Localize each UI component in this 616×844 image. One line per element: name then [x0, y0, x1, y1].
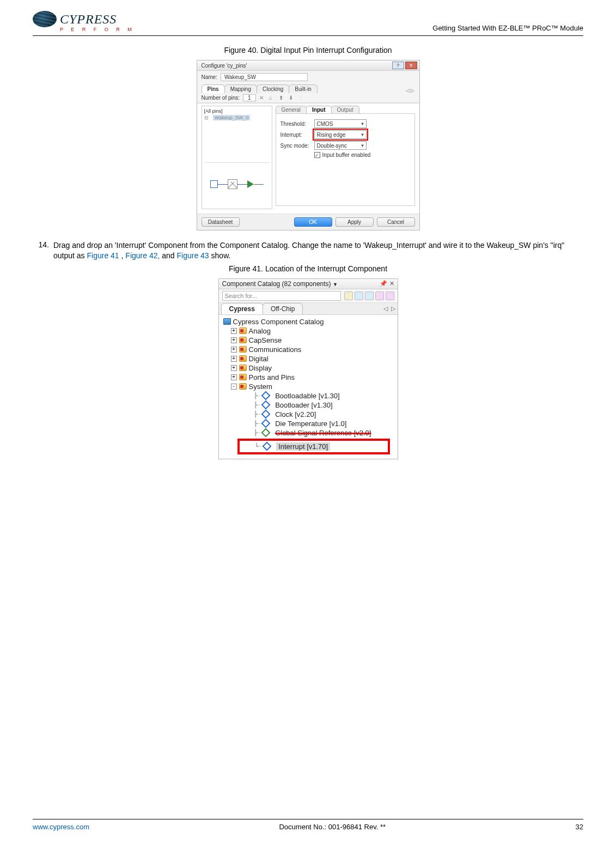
tree-icon[interactable]: ⌂ — [269, 95, 276, 101]
link-figure43[interactable]: Figure 43 — [177, 251, 209, 260]
folder-icon — [239, 337, 247, 343]
pin-diagram — [204, 163, 270, 205]
tab-cypress[interactable]: Cypress — [221, 303, 263, 314]
tree-item-pin[interactable]: Wakeup_SW_0 — [213, 115, 250, 120]
panel-title: Component Catalog (82 components) — [222, 280, 331, 288]
subtab-output[interactable]: Output — [331, 106, 359, 113]
comp-clock[interactable]: Clock [v2.20] — [275, 410, 316, 418]
sync-dropdown[interactable]: Double-sync▼ — [314, 141, 367, 150]
folder-capsense[interactable]: CapSense — [249, 336, 282, 344]
comp-bootloader[interactable]: Bootloader [v1.30] — [275, 401, 333, 409]
component-icon — [262, 442, 271, 451]
expand-icon[interactable]: + — [231, 374, 237, 380]
step-14: 14. Drag and drop an 'Interrupt' Compone… — [33, 240, 583, 261]
component-icon — [261, 400, 270, 410]
folder-display[interactable]: Display — [249, 364, 272, 372]
search-input[interactable]: Search for... — [222, 291, 341, 301]
dropdown-caret-icon[interactable]: ▼ — [333, 282, 338, 287]
highlight-red-box: ┗┈ Interrupt [v1.70] — [237, 439, 390, 454]
view-icon-2[interactable] — [365, 292, 374, 300]
configure-pins-dialog: Configure 'cy_pins' ? ✕ Name: Wakeup_SW … — [197, 60, 420, 230]
footer-docno: Document No.: 001-96841 Rev. ** — [279, 823, 386, 831]
cancel-button[interactable]: Cancel — [377, 217, 415, 227]
link-figure41[interactable]: Figure 41 — [87, 251, 119, 260]
folder-digital[interactable]: Digital — [249, 355, 269, 363]
logo: CYPRESS P E R F O R M — [33, 11, 135, 32]
folder-communications[interactable]: Communications — [249, 345, 302, 354]
interrupt-label: Interrupt: — [280, 132, 311, 138]
page-header: CYPRESS P E R F O R M Getting Started Wi… — [33, 11, 583, 36]
tab-nav-icon[interactable]: ◁ ▷ — [406, 88, 415, 93]
folder-icon — [239, 383, 247, 390]
sync-label: Sync mode: — [280, 143, 311, 149]
folder-ports-pins[interactable]: Ports and Pins — [249, 373, 295, 381]
tree-root[interactable]: [All pins] — [204, 108, 270, 114]
misc-icon[interactable]: ⋮ — [298, 95, 305, 101]
tab-clocking[interactable]: Clocking — [257, 84, 289, 93]
pin-icon[interactable]: 📌 — [380, 280, 387, 287]
up-icon[interactable]: ⬆ — [279, 95, 285, 101]
logo-text: CYPRESS — [60, 13, 117, 26]
expand-icon[interactable]: + — [231, 328, 237, 334]
view-icon-1[interactable] — [355, 292, 363, 300]
comp-interrupt[interactable]: Interrupt [v1.70] — [276, 442, 330, 451]
subtab-input[interactable]: Input — [306, 106, 331, 113]
component-icon — [261, 419, 270, 428]
folder-icon — [239, 374, 247, 380]
close-icon[interactable]: ✕ — [389, 280, 394, 287]
link-figure42[interactable]: Figure 42, — [125, 251, 160, 260]
tab-prev-icon[interactable]: ◁ — [383, 305, 388, 312]
expand-icon[interactable]: + — [231, 337, 237, 343]
folder-analog[interactable]: Analog — [249, 327, 271, 335]
component-icon — [261, 428, 270, 438]
doc-title: Getting Started With EZ-BLE™ PRoC™ Modul… — [432, 24, 583, 32]
subtab-general[interactable]: General — [276, 106, 307, 113]
pin-x-icon — [228, 179, 237, 189]
search-icon[interactable] — [344, 292, 353, 300]
pincount-field[interactable]: 1 — [243, 94, 256, 101]
tab-mapping[interactable]: Mapping — [224, 84, 257, 93]
folder-system[interactable]: System — [249, 382, 272, 391]
comp-global-signal[interactable]: Global Signal Reference [v2.0] — [275, 429, 371, 437]
folder-icon — [239, 355, 247, 362]
view-icon-3[interactable] — [375, 292, 384, 300]
down-icon[interactable]: ⬇ — [289, 95, 295, 101]
figure41-caption: Figure 41. Location of the Interrupt Com… — [33, 264, 583, 273]
component-tree: Cypress Component Catalog +Analog +CapSe… — [219, 314, 398, 459]
pincount-label: Number of pins: — [202, 95, 240, 101]
logo-subtext: P E R F O R M — [60, 27, 135, 32]
tab-next-icon[interactable]: ▷ — [391, 305, 395, 312]
name-label: Name: — [202, 74, 217, 80]
apply-button[interactable]: Apply — [336, 217, 374, 227]
page-footer: www.cypress.com Document No.: 001-96841 … — [33, 819, 583, 831]
pin-square-icon — [210, 180, 218, 188]
footer-url[interactable]: www.cypress.com — [33, 823, 89, 831]
ok-button[interactable]: OK — [294, 217, 332, 227]
tree-root-label[interactable]: Cypress Component Catalog — [233, 318, 324, 326]
threshold-label: Threshold: — [280, 121, 311, 127]
component-icon — [261, 410, 270, 419]
name-field[interactable]: Wakeup_SW — [221, 73, 308, 81]
comp-die-temp[interactable]: Die Temperature [v1.0] — [275, 420, 346, 428]
globe-icon — [33, 11, 57, 27]
tab-offchip[interactable]: Off-Chip — [263, 303, 303, 314]
step-number: 14. — [33, 240, 49, 261]
interrupt-dropdown[interactable]: Rising edge▼ — [314, 130, 367, 139]
help-button[interactable]: ? — [392, 62, 404, 69]
delete-icon[interactable]: ✕ — [259, 95, 266, 101]
component-catalog-panel: Component Catalog (82 components) ▼ 📌 ✕ … — [218, 278, 398, 459]
folder-icon — [239, 346, 247, 353]
input-buffer-checkbox[interactable]: ✓ Input buffer enabled — [314, 152, 410, 158]
comp-bootloadable[interactable]: Bootloadable [v1.30] — [275, 392, 340, 400]
tab-builtin[interactable]: Built-in — [289, 84, 318, 93]
close-button[interactable]: ✕ — [405, 62, 417, 69]
pin-tree-pane: [All pins] ⊟ Wakeup_SW_0 — [202, 106, 272, 209]
tab-pins[interactable]: Pins — [202, 84, 225, 93]
expand-icon[interactable]: + — [231, 347, 237, 353]
expand-icon[interactable]: + — [231, 356, 237, 362]
view-icon-4[interactable] — [386, 292, 394, 300]
threshold-dropdown[interactable]: CMOS▼ — [314, 119, 367, 128]
expand-icon[interactable]: + — [231, 365, 237, 371]
datasheet-button[interactable]: Datasheet — [202, 217, 240, 227]
collapse-icon[interactable]: - — [231, 384, 237, 390]
